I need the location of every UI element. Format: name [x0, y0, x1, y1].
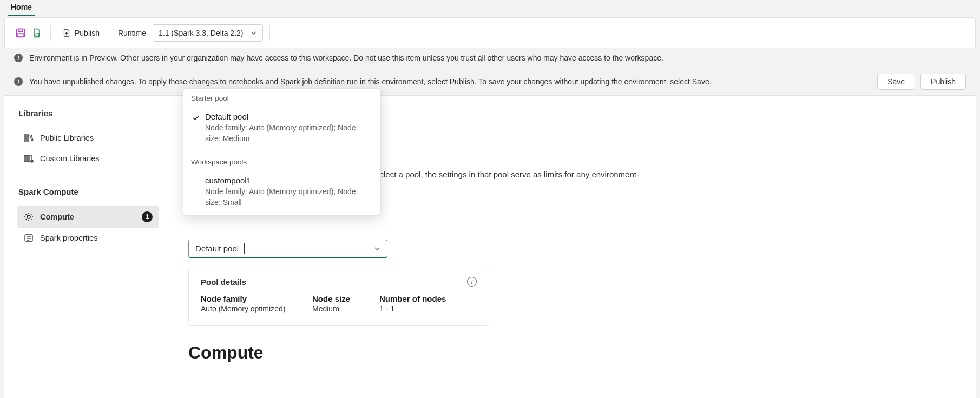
custom-libraries-icon [24, 154, 34, 163]
sidebar-item-label: Compute [40, 213, 74, 221]
info-icon[interactable]: i [467, 277, 477, 287]
number-of-nodes-value: 1 - 1 [379, 304, 466, 313]
chevron-down-icon [374, 246, 380, 252]
sidebar-heading-compute: Spark Compute [17, 187, 159, 196]
sidebar-item-compute[interactable]: Compute 1 [17, 206, 159, 228]
svg-point-8 [31, 160, 33, 162]
refresh-icon-button[interactable] [29, 25, 45, 41]
document-refresh-icon [31, 28, 42, 38]
sidebar-item-label: Public Libraries [40, 134, 94, 142]
infobar-publish-button[interactable]: Publish [920, 74, 966, 90]
environment-pool-input[interactable]: Default pool [188, 240, 387, 258]
number-of-nodes-label: Number of nodes [379, 294, 466, 303]
sidebar: Libraries Public Libraries Custom Librar… [4, 96, 167, 398]
sidebar-item-spark-properties[interactable]: Spark properties [17, 228, 159, 248]
infobar-save-button[interactable]: Save [877, 74, 915, 90]
svg-rect-3 [24, 135, 26, 141]
pool-details-card: Pool details i Node family Auto (Memory … [188, 268, 489, 326]
toolbar: Publish Runtime 1.1 (Spark 3.3, Delta 2.… [4, 17, 976, 48]
chevron-down-icon [251, 30, 257, 36]
sidebar-item-label: Spark properties [40, 234, 97, 242]
toolbar-divider [269, 25, 270, 41]
dropdown-item-desc: Node family: Auto (Memory optimized); No… [205, 122, 373, 144]
publish-label: Publish [75, 29, 100, 37]
infobar-unpublished-text: You have unpublished changes. To apply t… [29, 77, 712, 86]
svg-rect-5 [24, 155, 26, 162]
dropdown-item-custompool1[interactable]: custompool1 Node family: Auto (Memory op… [183, 170, 380, 216]
node-size-label: Node size [312, 294, 379, 303]
pool-details-title: Pool details [201, 277, 246, 287]
info-icon: i [14, 54, 23, 62]
sidebar-item-custom-libraries[interactable]: Custom Libraries [17, 148, 159, 169]
compute-heading: Compute [188, 343, 959, 363]
info-icon: i [14, 77, 23, 86]
compute-badge: 1 [142, 211, 153, 222]
node-family-label: Node family [201, 294, 312, 303]
infobar-preview-text: Environment is in Preview. Other users i… [29, 54, 663, 62]
svg-rect-1 [18, 29, 23, 31]
sidebar-item-public-libraries[interactable]: Public Libraries [17, 128, 159, 148]
svg-rect-4 [27, 135, 29, 141]
list-icon [24, 233, 34, 243]
dropdown-item-default-pool[interactable]: Default pool Node family: Auto (Memory o… [183, 107, 380, 152]
runtime-select[interactable]: 1.1 (Spark 3.3, Delta 2.2) [153, 24, 263, 42]
content: Libraries Public Libraries Custom Librar… [4, 96, 976, 398]
pool-select-value: Default pool [195, 244, 239, 253]
runtime-value: 1.1 (Spark 3.3, Delta 2.2) [159, 29, 243, 37]
infobar-preview: i Environment is in Preview. Other users… [4, 48, 976, 68]
save-icon-button[interactable] [12, 25, 29, 41]
runtime-label: Runtime [118, 29, 146, 37]
node-size-value: Medium [312, 304, 379, 313]
sidebar-item-label: Custom Libraries [40, 154, 100, 163]
svg-rect-6 [27, 155, 29, 162]
publish-button[interactable]: Publish [56, 26, 105, 40]
checkmark-icon [191, 112, 201, 144]
toolbar-divider [50, 25, 51, 41]
svg-rect-2 [18, 34, 23, 37]
node-family-value: Auto (Memory optimized) [201, 304, 312, 313]
publish-icon [62, 28, 71, 38]
dropdown-item-desc: Node family: Auto (Memory optimized); No… [205, 186, 373, 208]
tab-home[interactable]: Home [8, 1, 35, 16]
svg-point-9 [27, 215, 30, 218]
gear-icon [24, 212, 34, 222]
sidebar-heading-libraries: Libraries [17, 109, 159, 118]
save-icon [15, 28, 26, 38]
checkmark-placeholder [191, 176, 201, 208]
dropdown-item-name: Default pool [205, 112, 373, 121]
infobar-unpublished: i You have unpublished changes. To apply… [4, 68, 976, 96]
tabbar: Home [0, 0, 980, 16]
public-libraries-icon [24, 133, 34, 143]
text-caret [244, 243, 245, 254]
dropdown-section-workspace: Workspace pools [183, 152, 380, 170]
dropdown-item-name: custompool1 [205, 176, 373, 185]
pool-dropdown-popup: Starter pool Default pool Node family: A… [183, 88, 381, 216]
dropdown-section-starter: Starter pool [183, 89, 380, 107]
